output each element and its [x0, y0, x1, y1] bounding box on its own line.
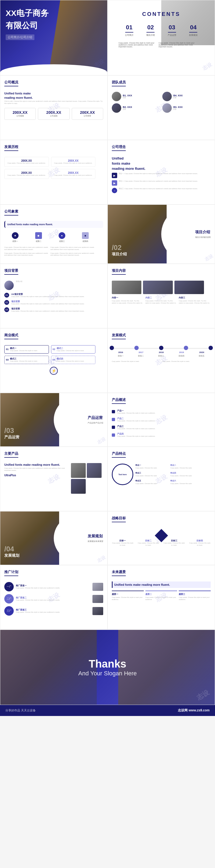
bm-num-3: 03	[6, 359, 9, 361]
bm-num-1: 01	[6, 348, 9, 350]
sg-item-3: 目标三 Copy paste. Choose this style to mee…	[163, 539, 185, 547]
slide-team: 志设 团队成员 B1. XXX 职务 B4. XXX	[108, 75, 215, 140]
future-col-2: 愿景二 Copy paste. Choose this style to mee…	[145, 591, 177, 601]
promo-thumb-1	[93, 583, 103, 591]
contents-item-4: 04 发展规划	[184, 24, 203, 37]
business-model-title: 商业模式	[4, 333, 18, 339]
promo-item-3: 三广 推广渠道三 Copy paste. Choose this style t…	[4, 606, 103, 616]
contents-item-3: 03 产品运营	[163, 24, 181, 37]
mp-tagline: Unified fonts make reading more fluent.	[4, 463, 68, 466]
row-8: 志设 主要产品 Unified fonts make reading more …	[0, 447, 215, 511]
future-cols: 愿景一 Copy paste. Choose this style to mee…	[112, 591, 211, 601]
slide-dev-model: 志设 发展模式 2016 2017 2018	[108, 328, 215, 393]
dev-model-title: 发展模式	[112, 333, 126, 339]
slide-section-04: /04 发展规划 发展规划 发展规划/未来展望 志设	[0, 511, 108, 565]
dm-desc-1: Copy paste. Choose this style to meet.	[112, 361, 160, 363]
row-9: /04 发展规划 发展规划 发展规划/未来展望 志设 志设 战略目标 目标一	[0, 511, 215, 565]
timeline-track	[112, 348, 211, 349]
slide-future: 志设 未来愿景 Unified fonts make reading more …	[108, 565, 215, 630]
member-3-avatar	[112, 103, 121, 113]
pd-item-1: 产品一 Copy paste. Choose this style to mee…	[112, 409, 211, 414]
pd-icon-4	[112, 433, 115, 437]
adv-icon-4: ■	[82, 232, 89, 239]
bm-num-4: 04	[53, 359, 56, 361]
pd-icon-2	[112, 418, 115, 421]
adv-descriptions: Copy paste. Choose this style to meet yo…	[4, 246, 103, 256]
concept-title: 公司理念	[112, 145, 126, 151]
bm-label-4: 模式四	[57, 357, 84, 360]
project-content-photos	[112, 281, 211, 294]
slide-concept: 志设 公司理念 Unified fonts make reading more …	[108, 140, 215, 205]
mp-img-3	[71, 479, 86, 494]
row-1: XX电子商务 有限公司 公司简介/公司介绍 志设 CONTENTS 01 公司简…	[0, 0, 215, 75]
future-col-1: 愿景一 Copy paste. Choose this style to mee…	[112, 591, 144, 601]
thanks-line1: Thanks	[78, 658, 137, 670]
product-desc-items: 产品一 Copy paste. Choose this style to mee…	[112, 409, 211, 437]
row-10: 志设 推广计划 一广 推广渠道一 Copy paste. Choose this…	[0, 565, 215, 630]
proj-col-3: 内容三 Copy paste. Choose this style. Try t…	[179, 296, 211, 304]
slide-development: 志设 发展历程 200X.XX Copy paste. Choose this …	[0, 140, 108, 205]
divider-1	[125, 32, 133, 33]
concept-icon-1: ▶	[112, 173, 117, 178]
mp-img-2	[87, 463, 102, 478]
section-02-num: /02	[112, 244, 127, 252]
project-bg-avatar: 背景介绍	[4, 281, 103, 290]
mp-text: Unified fonts make reading more fluent. …	[4, 463, 68, 494]
project-photo-2	[143, 281, 173, 294]
row-3: 志设 发展历程 200X.XX Copy paste. Choose this …	[0, 140, 215, 205]
adv-icon-2: ◆	[35, 232, 42, 239]
adv-item-3: ● 优势三	[51, 230, 73, 244]
adv-item-2: ◆ 优势二	[28, 230, 49, 244]
sg-item-1: 目标一 Copy paste. Choose this style to mee…	[112, 539, 134, 547]
slide-section-03: /03 产品运营 产品运营 产品运营/产品介绍 志设	[0, 393, 108, 447]
company-overview-title: 公司概况	[4, 80, 18, 86]
bm-label-2: 模式二	[57, 347, 84, 350]
thanks-content: Thanks And Your Slogan Here	[67, 647, 148, 688]
co-tagline: Unified fonts make	[4, 92, 103, 95]
footer-bar: 分享好作品 天天云设备 志设网 www.zs9.com	[0, 705, 215, 716]
co-desc: Click to edit. Choose this style to meet…	[4, 100, 103, 105]
tl-dot-5	[209, 346, 213, 350]
divider-3	[168, 32, 176, 33]
project-photo-1	[112, 281, 141, 294]
project-bg-items: 01 XX项目背景 Copy paste. Choose this style …	[4, 293, 103, 312]
future-title: 未来愿景	[112, 569, 126, 576]
member-4-avatar	[162, 103, 172, 113]
dev-item-2: 200X.XX Copy paste. Choose this style to…	[51, 157, 96, 167]
slide-section-02: /02 项目介绍 项目介绍 项目介绍/项目说明 志设	[108, 205, 215, 264]
member-1-avatar	[112, 92, 121, 101]
product-features-title: 产品特点	[112, 451, 126, 458]
divider-4	[189, 32, 197, 33]
slide-project-content: 志设 项目内容 内容一 Copy paste. Choose this styl…	[108, 264, 215, 328]
promo-thumb-2	[93, 595, 103, 603]
tl-dot-4	[184, 346, 188, 350]
bm-num-2: 02	[53, 348, 56, 350]
slide-cover: XX电子商务 有限公司 公司简介/公司介绍 志设	[0, 0, 108, 75]
slide-business-model: 志设 商业模式 01 模式一 Copy paste. Choose this s…	[0, 328, 108, 393]
dev-timeline: 200X.XX Copy paste. Choose this style to…	[4, 157, 103, 179]
tl-dot-1	[110, 346, 114, 350]
pd-icon-3	[112, 426, 115, 429]
advantage-title: 公司象素	[4, 209, 18, 216]
future-col-3: 愿景三 Copy paste. Choose this style to mee…	[179, 591, 211, 601]
row-2: 志设 公司概况 Unified fonts make reading more …	[0, 75, 215, 140]
dev-model-timeline: 2016 2017 2018 2019 202X 阶段一 阶段二 阶段三 阶段四…	[112, 348, 211, 357]
stat-3: 200X.XX 公司荣誉	[72, 108, 103, 120]
promo-plan-title: 推广计划	[4, 569, 18, 576]
bm-item-2: 02 模式二 Copy paste. Choose this style to …	[51, 345, 96, 353]
pf-feat-4: 特点四 Copy paste. Choose this style.	[170, 472, 204, 477]
section-02-content: /02 项目介绍	[112, 244, 127, 257]
bm-items: 01 模式一 Copy paste. Choose this style to …	[4, 345, 103, 364]
slide-product-desc: 志设 产品概述 产品一 Copy paste. Choose this styl…	[108, 393, 215, 447]
proj-item-3: 03 项目背景 Copy paste. Choose this style to…	[4, 307, 103, 312]
bm-item-3: 03 模式三 Copy paste. Choose this style to …	[4, 356, 49, 364]
future-tagline: Unified fonts make reading more fluent.	[112, 582, 211, 588]
member-1-role: 职务	[123, 97, 132, 99]
pf-features-list: 特点一 Copy paste. Choose this style. 特点二 C…	[136, 464, 211, 485]
promo-thumb-3	[93, 607, 103, 615]
adv-label-1: 优势一	[5, 240, 26, 243]
mp-desc: Copy paste. Choose this style to meet yo…	[4, 467, 68, 472]
section-04-right: 发展规划 发展规划/未来展望	[87, 534, 103, 543]
pf-feat-2: 特点二 Copy paste. Choose this style.	[170, 464, 204, 469]
pd-icon-1	[112, 410, 115, 413]
